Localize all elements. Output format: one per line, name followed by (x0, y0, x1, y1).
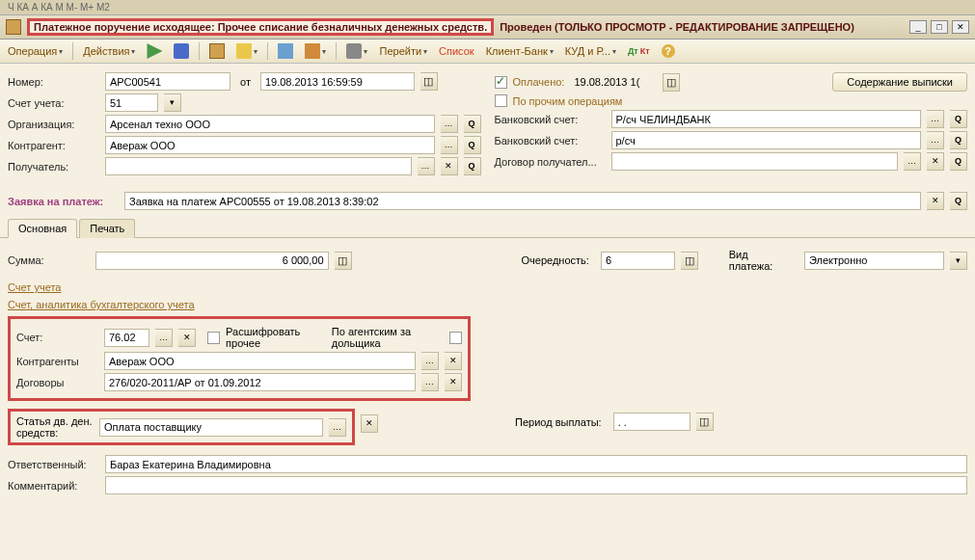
counter-label: Контрагент: (8, 140, 99, 151)
acc-field[interactable]: 76.02 (104, 329, 149, 347)
tab-bar: Основная Печать (0, 218, 975, 238)
clientbank-menu[interactable]: Клиент-Банк▾ (482, 43, 557, 59)
top-system-menu: Ч КА А КА М М- М+ М2 (0, 0, 975, 15)
tb-save-icon[interactable] (170, 41, 193, 61)
date-picker-button[interactable]: ◫ (420, 72, 438, 91)
order-field[interactable]: 6 (601, 252, 676, 270)
recipient-search-button[interactable]: Q (464, 157, 481, 175)
cashflow-select-button[interactable]: … (329, 418, 346, 437)
section-account-title: Счет учета (8, 281, 967, 293)
contract-recipient-search[interactable]: Q (950, 152, 967, 171)
bank1-search-button[interactable]: Q (950, 110, 967, 128)
recipient-field[interactable] (105, 157, 412, 175)
date-field[interactable]: 19.08.2013 16:59:59 (260, 72, 415, 91)
contract-recipient-select[interactable]: … (904, 152, 921, 171)
acc-select-button[interactable]: … (155, 329, 173, 347)
window-title-main: Платежное поручение исходящее: Прочее сп… (27, 18, 494, 36)
recipient-clear-button[interactable]: ✕ (441, 157, 458, 175)
request-search-button[interactable]: Q (950, 192, 967, 210)
counter-search-button[interactable]: Q (464, 136, 481, 154)
counter2-clear-button[interactable]: ✕ (445, 352, 462, 370)
comment-label: Комментарий: (8, 480, 99, 492)
tb-play-icon[interactable] (143, 41, 166, 61)
bank2-select-button[interactable]: … (927, 131, 944, 149)
minimize-button[interactable]: _ (909, 20, 927, 34)
contracts-field[interactable]: 276/020-2011/АР от 01.09.2012 (104, 373, 416, 391)
contract-recipient-label: Договор получател... (495, 156, 606, 168)
org-label: Организация: (8, 119, 99, 130)
account-group-highlight: Счет: 76.02 … ✕ Расшифровать прочее По а… (8, 316, 471, 401)
order-calc-button[interactable]: ◫ (681, 252, 698, 270)
contracts-label: Договоры (16, 377, 98, 388)
recipient-label: Получатель: (8, 161, 99, 173)
cashflow-field[interactable]: Оплата поставщику (99, 418, 323, 437)
contract-recipient-clear[interactable]: ✕ (927, 152, 944, 171)
request-field[interactable]: Заявка на платеж АРС00555 от 19.08.2013 … (124, 192, 921, 210)
bank1-label: Банковский счет: (495, 114, 606, 125)
statement-button[interactable]: Содержание выписки (832, 72, 967, 92)
number-field[interactable]: АРС00541 (105, 72, 230, 91)
order-label: Очередность: (522, 254, 589, 266)
tb-report-icon[interactable] (274, 41, 297, 61)
request-label: Заявка на платеж: (8, 196, 119, 207)
tb-doc-icon[interactable] (205, 41, 229, 61)
comment-field[interactable] (105, 476, 967, 494)
account-label: Счет учета: (8, 97, 99, 109)
payperiod-field[interactable]: . . (613, 413, 691, 431)
paid-date: 19.08.2013 1( (570, 73, 657, 92)
bank1-field[interactable]: Р/сч ЧЕЛИНДБАНК (611, 110, 922, 128)
cashflow-clear-button[interactable]: ✕ (361, 414, 378, 433)
bank1-select-button[interactable]: … (927, 110, 944, 128)
recipient-select-button[interactable]: … (418, 157, 435, 175)
decode-checkbox[interactable] (207, 332, 220, 344)
tb-structure-icon[interactable]: ▾ (301, 41, 330, 61)
tb-help-icon[interactable]: ? (658, 42, 679, 60)
account-field[interactable]: 51 (105, 93, 158, 112)
actions-menu[interactable]: Действия▾ (79, 43, 139, 59)
window-titlebar: Платежное поручение исходящее: Прочее сп… (0, 15, 975, 40)
bank2-field[interactable]: р/сч (611, 131, 922, 149)
operation-menu[interactable]: Операция▾ (4, 43, 67, 59)
agent-label: По агентским за дольщика (332, 326, 440, 349)
agent-checkbox[interactable] (449, 332, 462, 344)
paytype-dropdown[interactable]: ▾ (950, 252, 967, 270)
tab-main[interactable]: Основная (8, 219, 77, 238)
payperiod-picker[interactable]: ◫ (696, 413, 714, 431)
responsible-field[interactable]: Бараз Екатерина Владимировна (105, 455, 967, 473)
sum-field[interactable]: 6 000,00 (95, 252, 329, 270)
sum-calc-button[interactable]: ◫ (335, 252, 352, 270)
paytype-field[interactable]: Электронно (804, 252, 944, 270)
list-link[interactable]: Список (435, 43, 478, 59)
tab-print[interactable]: Печать (79, 219, 135, 238)
kud-menu[interactable]: КУД и Р...▾ (561, 43, 620, 59)
responsible-label: Ответственный: (8, 459, 99, 470)
counter-field[interactable]: Авераж ООО (105, 136, 435, 154)
other-ops-label: По прочим операциям (513, 95, 623, 107)
org-field[interactable]: Арсенал техно ООО (105, 115, 435, 133)
counter2-select-button[interactable]: … (421, 352, 439, 370)
paid-date-picker[interactable]: ◫ (663, 73, 680, 92)
close-button[interactable]: ✕ (952, 20, 969, 34)
tb-dtkt-icon[interactable]: ДтКт (624, 44, 654, 58)
maximize-button[interactable]: □ (931, 20, 948, 34)
contracts-select-button[interactable]: … (421, 373, 439, 391)
contract-recipient-field[interactable] (611, 152, 899, 171)
counter2-field[interactable]: Авераж ООО (104, 352, 416, 370)
goto-menu[interactable]: Перейти▾ (375, 43, 431, 59)
contracts-clear-button[interactable]: ✕ (445, 373, 462, 391)
window-title-status: Проведен (ТОЛЬКО ПРОСМОТР - РЕДАКТИРОВАН… (500, 21, 854, 33)
request-clear-button[interactable]: ✕ (927, 192, 944, 210)
tb-check-icon[interactable]: ▾ (232, 41, 261, 61)
acc-clear-button[interactable]: ✕ (178, 329, 196, 347)
other-ops-checkbox[interactable] (495, 94, 507, 107)
counter-select-button[interactable]: … (441, 136, 458, 154)
paid-checkbox[interactable] (495, 76, 507, 89)
analytics-link[interactable]: Счет, аналитика бухгалтерского учета (8, 299, 967, 310)
bank2-search-button[interactable]: Q (950, 131, 967, 149)
org-select-button[interactable]: … (441, 115, 458, 133)
cashflow-highlight: Статья дв. ден. средств: Оплата поставщи… (8, 409, 355, 445)
account-dropdown[interactable]: ▾ (164, 93, 181, 112)
org-search-button[interactable]: Q (464, 115, 481, 133)
window-icon (6, 19, 21, 35)
tb-print-icon[interactable]: ▾ (342, 41, 371, 61)
